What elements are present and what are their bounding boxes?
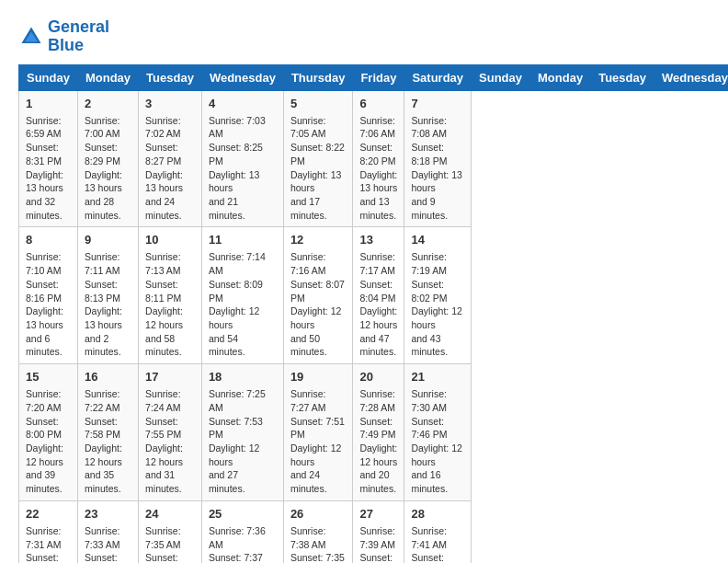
day-info: Sunrise: 7:38 AM Sunset: 7:35 PM Dayligh… xyxy=(290,524,347,563)
logo: General Blue xyxy=(18,18,109,55)
calendar-cell: 11Sunrise: 7:14 AM Sunset: 8:09 PM Dayli… xyxy=(201,227,283,364)
day-info: Sunrise: 7:10 AM Sunset: 8:16 PM Dayligh… xyxy=(26,250,71,359)
day-info: Sunrise: 7:08 AM Sunset: 8:18 PM Dayligh… xyxy=(411,114,464,223)
day-number: 4 xyxy=(209,96,277,112)
calendar-cell: 25Sunrise: 7:36 AM Sunset: 7:37 PM Dayli… xyxy=(201,500,283,563)
day-number: 26 xyxy=(290,506,347,523)
calendar-cell: 15Sunrise: 7:20 AM Sunset: 8:00 PM Dayli… xyxy=(19,363,78,500)
calendar-cell: 20Sunrise: 7:28 AM Sunset: 7:49 PM Dayli… xyxy=(353,363,404,500)
calendar-cell: 21Sunrise: 7:30 AM Sunset: 7:46 PM Dayli… xyxy=(404,363,472,500)
day-info: Sunrise: 7:22 AM Sunset: 7:58 PM Dayligh… xyxy=(85,387,131,496)
day-info: Sunrise: 7:24 AM Sunset: 7:55 PM Dayligh… xyxy=(145,387,195,496)
day-number: 16 xyxy=(85,369,131,385)
day-info: Sunrise: 7:30 AM Sunset: 7:46 PM Dayligh… xyxy=(411,387,464,496)
day-number: 17 xyxy=(145,369,195,385)
day-number: 27 xyxy=(359,506,397,523)
day-number: 15 xyxy=(26,369,71,385)
calendar-cell: 12Sunrise: 7:16 AM Sunset: 8:07 PM Dayli… xyxy=(283,227,353,364)
calendar-cell: 10Sunrise: 7:13 AM Sunset: 8:11 PM Dayli… xyxy=(139,227,202,364)
day-number: 5 xyxy=(290,96,347,112)
calendar-cell: 19Sunrise: 7:27 AM Sunset: 7:51 PM Dayli… xyxy=(283,363,353,500)
day-info: Sunrise: 7:20 AM Sunset: 8:00 PM Dayligh… xyxy=(26,387,71,496)
day-number: 2 xyxy=(85,96,131,112)
day-number: 24 xyxy=(145,506,195,523)
day-number: 14 xyxy=(411,232,464,248)
day-number: 3 xyxy=(145,96,195,112)
day-info: Sunrise: 7:33 AM Sunset: 7:42 PM Dayligh… xyxy=(85,524,131,563)
day-header-wednesday: Wednesday xyxy=(201,64,283,90)
day-info: Sunrise: 7:28 AM Sunset: 7:49 PM Dayligh… xyxy=(359,387,397,496)
calendar-cell: 28Sunrise: 7:41 AM Sunset: 7:30 PM Dayli… xyxy=(404,500,472,563)
day-number: 7 xyxy=(411,96,464,112)
calendar-cell: 27Sunrise: 7:39 AM Sunset: 7:33 PM Dayli… xyxy=(353,500,404,563)
day-number: 9 xyxy=(85,232,131,248)
day-number: 19 xyxy=(290,369,347,385)
day-number: 6 xyxy=(359,96,397,112)
day-number: 23 xyxy=(85,506,131,523)
day-header-sunday: Sunday xyxy=(19,64,78,90)
day-header-wednesday: Wednesday xyxy=(654,64,728,90)
day-header-monday: Monday xyxy=(530,64,591,90)
day-info: Sunrise: 7:31 AM Sunset: 7:44 PM Dayligh… xyxy=(26,524,71,563)
calendar-cell: 1Sunrise: 6:59 AM Sunset: 8:31 PM Daylig… xyxy=(19,90,78,227)
day-info: Sunrise: 7:00 AM Sunset: 8:29 PM Dayligh… xyxy=(85,114,131,223)
day-info: Sunrise: 7:13 AM Sunset: 8:11 PM Dayligh… xyxy=(145,250,195,359)
day-info: Sunrise: 7:25 AM Sunset: 7:53 PM Dayligh… xyxy=(209,387,277,496)
calendar-cell: 5Sunrise: 7:05 AM Sunset: 8:22 PM Daylig… xyxy=(283,90,353,227)
day-info: Sunrise: 7:16 AM Sunset: 8:07 PM Dayligh… xyxy=(290,250,347,359)
day-info: Sunrise: 7:06 AM Sunset: 8:20 PM Dayligh… xyxy=(359,114,397,223)
calendar-row-2: 8Sunrise: 7:10 AM Sunset: 8:16 PM Daylig… xyxy=(19,227,729,364)
calendar-cell: 9Sunrise: 7:11 AM Sunset: 8:13 PM Daylig… xyxy=(77,227,138,364)
day-number: 12 xyxy=(290,232,347,248)
day-number: 8 xyxy=(26,232,71,248)
day-header-monday: Monday xyxy=(77,64,138,90)
calendar-cell: 6Sunrise: 7:06 AM Sunset: 8:20 PM Daylig… xyxy=(353,90,404,227)
calendar-cell: 3Sunrise: 7:02 AM Sunset: 8:27 PM Daylig… xyxy=(139,90,202,227)
calendar-table: SundayMondayTuesdayWednesdayThursdayFrid… xyxy=(18,64,728,563)
day-number: 10 xyxy=(145,232,195,248)
day-info: Sunrise: 7:19 AM Sunset: 8:02 PM Dayligh… xyxy=(411,250,464,359)
day-number: 25 xyxy=(209,506,277,523)
day-info: Sunrise: 7:41 AM Sunset: 7:30 PM Dayligh… xyxy=(411,524,464,563)
logo-icon xyxy=(18,24,44,50)
day-number: 22 xyxy=(26,506,71,523)
calendar-cell: 22Sunrise: 7:31 AM Sunset: 7:44 PM Dayli… xyxy=(19,500,78,563)
day-info: Sunrise: 7:39 AM Sunset: 7:33 PM Dayligh… xyxy=(359,524,397,563)
day-header-saturday: Saturday xyxy=(404,64,472,90)
calendar-cell: 24Sunrise: 7:35 AM Sunset: 7:39 PM Dayli… xyxy=(139,500,202,563)
calendar-cell: 4Sunrise: 7:03 AM Sunset: 8:25 PM Daylig… xyxy=(201,90,283,227)
calendar-cell: 18Sunrise: 7:25 AM Sunset: 7:53 PM Dayli… xyxy=(201,363,283,500)
day-info: Sunrise: 7:14 AM Sunset: 8:09 PM Dayligh… xyxy=(209,250,277,359)
calendar-cell: 13Sunrise: 7:17 AM Sunset: 8:04 PM Dayli… xyxy=(353,227,404,364)
day-info: Sunrise: 6:59 AM Sunset: 8:31 PM Dayligh… xyxy=(26,114,71,223)
day-header-thursday: Thursday xyxy=(283,64,353,90)
day-header-sunday: Sunday xyxy=(472,64,530,90)
day-header-friday: Friday xyxy=(353,64,404,90)
page-header: General Blue xyxy=(18,18,710,55)
calendar-cell: 8Sunrise: 7:10 AM Sunset: 8:16 PM Daylig… xyxy=(19,227,78,364)
day-number: 11 xyxy=(209,232,277,248)
day-info: Sunrise: 7:27 AM Sunset: 7:51 PM Dayligh… xyxy=(290,387,347,496)
calendar-row-4: 22Sunrise: 7:31 AM Sunset: 7:44 PM Dayli… xyxy=(19,500,729,563)
day-info: Sunrise: 7:02 AM Sunset: 8:27 PM Dayligh… xyxy=(145,114,195,223)
day-number: 13 xyxy=(359,232,397,248)
calendar-row-3: 15Sunrise: 7:20 AM Sunset: 8:00 PM Dayli… xyxy=(19,363,729,500)
day-info: Sunrise: 7:36 AM Sunset: 7:37 PM Dayligh… xyxy=(209,524,277,563)
calendar-cell: 14Sunrise: 7:19 AM Sunset: 8:02 PM Dayli… xyxy=(404,227,472,364)
calendar-header-row: SundayMondayTuesdayWednesdayThursdayFrid… xyxy=(19,64,729,90)
calendar-row-1: 1Sunrise: 6:59 AM Sunset: 8:31 PM Daylig… xyxy=(19,90,729,227)
calendar-cell: 7Sunrise: 7:08 AM Sunset: 8:18 PM Daylig… xyxy=(404,90,472,227)
day-header-tuesday: Tuesday xyxy=(591,64,654,90)
calendar-cell: 16Sunrise: 7:22 AM Sunset: 7:58 PM Dayli… xyxy=(77,363,138,500)
calendar-cell: 23Sunrise: 7:33 AM Sunset: 7:42 PM Dayli… xyxy=(77,500,138,563)
day-info: Sunrise: 7:03 AM Sunset: 8:25 PM Dayligh… xyxy=(209,114,277,223)
day-info: Sunrise: 7:05 AM Sunset: 8:22 PM Dayligh… xyxy=(290,114,347,223)
day-info: Sunrise: 7:35 AM Sunset: 7:39 PM Dayligh… xyxy=(145,524,195,563)
day-number: 18 xyxy=(209,369,277,385)
calendar-cell: 17Sunrise: 7:24 AM Sunset: 7:55 PM Dayli… xyxy=(139,363,202,500)
day-info: Sunrise: 7:11 AM Sunset: 8:13 PM Dayligh… xyxy=(85,250,131,359)
day-header-tuesday: Tuesday xyxy=(139,64,202,90)
logo-text: General Blue xyxy=(48,18,109,55)
day-number: 28 xyxy=(411,506,464,523)
day-number: 21 xyxy=(411,369,464,385)
